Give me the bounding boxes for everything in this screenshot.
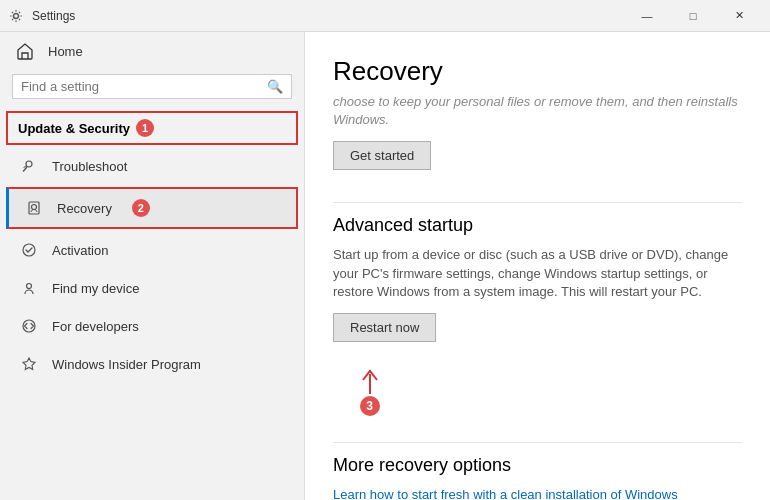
sidebar-item-recovery[interactable]: Recovery 2 [6,187,298,229]
findmydevice-icon [20,279,38,297]
get-started-button[interactable]: Get started [333,141,431,170]
clean-install-link[interactable]: Learn how to start fresh with a clean in… [333,487,678,500]
troubleshoot-icon [20,157,38,175]
home-label: Home [48,44,83,59]
recovery-label: Recovery [57,201,112,216]
activation-icon [20,241,38,259]
troubleshoot-label: Troubleshoot [52,159,127,174]
svg-point-0 [14,13,19,18]
home-icon [16,42,34,60]
content-area: Recovery choose to keep your personal fi… [305,32,770,500]
app-container: Home 🔍 Update & Security 1 Troublesho [0,32,770,500]
titlebar: Settings — □ ✕ [0,0,770,32]
update-security-section[interactable]: Update & Security 1 [6,111,298,145]
annotation-arrow: 3 [355,366,385,416]
sidebar-item-fordevelopers[interactable]: For developers [0,307,304,345]
svg-rect-2 [29,202,39,214]
svg-point-5 [27,284,32,289]
divider-2 [333,442,742,443]
windowsinsider-icon [20,355,38,373]
search-icon: 🔍 [267,79,283,94]
window-controls: — □ ✕ [624,0,762,32]
sidebar-item-home[interactable]: Home [0,32,304,70]
sidebar-item-troubleshoot[interactable]: Troubleshoot [0,147,304,185]
findmydevice-label: Find my device [52,281,139,296]
annotation-1: 1 [136,119,154,137]
search-box[interactable]: 🔍 [12,74,292,99]
page-title: Recovery [333,56,742,87]
svg-point-3 [32,205,37,210]
svg-point-4 [23,244,35,256]
restart-now-button[interactable]: Restart now [333,313,436,342]
more-recovery-title: More recovery options [333,455,742,476]
sidebar-item-windowsinsider[interactable]: Windows Insider Program [0,345,304,383]
advanced-title: Advanced startup [333,215,742,236]
activation-label: Activation [52,243,108,258]
svg-point-1 [26,161,32,167]
update-security-label: Update & Security [18,121,130,136]
search-input[interactable] [21,79,267,94]
settings-icon [8,8,24,24]
maximize-button[interactable]: □ [670,0,716,32]
close-button[interactable]: ✕ [716,0,762,32]
sidebar-item-activation[interactable]: Activation [0,231,304,269]
sidebar-item-findmydevice[interactable]: Find my device [0,269,304,307]
annotation-3: 3 [360,396,380,416]
fordevelopers-label: For developers [52,319,139,334]
fordevelopers-icon [20,317,38,335]
titlebar-title: Settings [32,9,624,23]
windowsinsider-label: Windows Insider Program [52,357,201,372]
recovery-item-wrapper: Recovery 2 [0,185,304,231]
annotation-2: 2 [132,199,150,217]
recovery-icon [25,199,43,217]
intro-text: choose to keep your personal files or re… [333,93,742,129]
divider-1 [333,202,742,203]
section-header-wrapper: Update & Security 1 [0,107,304,147]
minimize-button[interactable]: — [624,0,670,32]
restart-btn-wrapper: Restart now 3 [333,313,436,362]
advanced-text: Start up from a device or disc (such as … [333,246,742,301]
sidebar: Home 🔍 Update & Security 1 Troublesho [0,32,305,500]
